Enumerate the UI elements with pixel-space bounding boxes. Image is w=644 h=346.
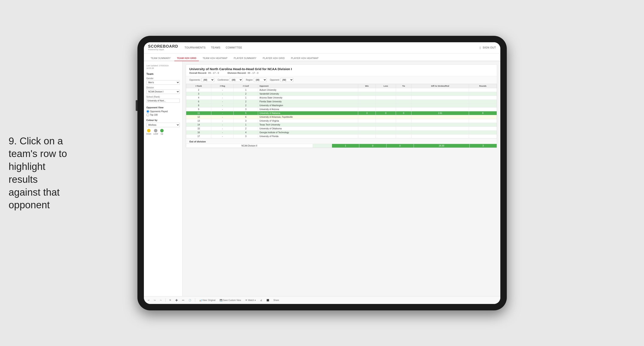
division-record: Division Record: 88 - 17 - 0	[228, 72, 258, 74]
main-content: Last Updated: 27/03/2024 16:55:38 Team G…	[144, 61, 500, 296]
table-cell: Texas Tech University	[258, 123, 358, 127]
copy-btn[interactable]: ⧉	[168, 298, 172, 302]
table-cell: Georgia Institute of Technology	[258, 130, 358, 134]
table-cell: 2	[234, 103, 258, 107]
export-btn[interactable]: ⬛	[265, 298, 270, 302]
table-cell: -	[211, 92, 234, 96]
nav-links: TOURNAMENTS TEAMS COMMITTEE	[185, 46, 242, 49]
table-cell	[411, 127, 469, 130]
table-cell	[358, 92, 376, 96]
more-btn[interactable]: •••	[181, 298, 186, 302]
legend-level-label: Level	[154, 133, 158, 135]
table-cell	[396, 92, 412, 96]
out-division-row[interactable]: NCAA Division II 1 0 0 26.00 3	[186, 144, 497, 148]
table-row[interactable]: 3-2Vanderbilt University	[186, 92, 497, 96]
col-loss: Loss	[376, 84, 396, 88]
team-section-label: Team	[146, 72, 180, 75]
table-cell: -	[211, 134, 234, 138]
table-cell	[358, 107, 376, 111]
instruction-text: 9. Click on a team's row to highlight re…	[8, 134, 69, 212]
grid-title: University of North Carolina Head-to-Hea…	[190, 67, 494, 71]
undo-btn[interactable]: ↩	[146, 298, 151, 302]
table-row[interactable]: 12-6University of Arkansas, Fayetteville	[186, 115, 497, 119]
filter-opponents: Opponents: (All)	[190, 78, 214, 82]
table-cell: 14	[186, 123, 211, 127]
table-cell	[396, 130, 412, 134]
overall-record: Overall Record: 89 - 17 - 0	[190, 72, 219, 74]
table-row[interactable]: 16-4Georgia Institute of Technology	[186, 130, 497, 134]
radio-opponents-played-input[interactable]	[146, 110, 149, 113]
school-input[interactable]	[146, 99, 180, 103]
legend-down: Down	[146, 129, 152, 135]
table-cell	[469, 115, 497, 119]
toolbar-sep-1	[165, 298, 166, 302]
table-cell	[469, 92, 497, 96]
opponent-filter-select[interactable]: (All)	[280, 78, 293, 82]
out-division-tie: 0	[386, 144, 414, 148]
nav-committee[interactable]: COMMITTEE	[226, 46, 242, 49]
table-row[interactable]: 11-5University of Alabama3002.618	[186, 111, 497, 115]
radio-top100-input[interactable]	[146, 113, 149, 116]
table-cell	[376, 134, 396, 138]
nav-teams[interactable]: TEAMS	[211, 46, 220, 49]
tab-player-h2h-heatmap[interactable]: PLAYER H2H HEATMAP	[288, 55, 321, 61]
page-wrapper: 9. Click on a team's row to highlight re…	[0, 0, 644, 346]
table-cell	[376, 92, 396, 96]
nav-separator: |	[480, 46, 480, 49]
table-cell: 8	[469, 111, 497, 115]
table-row[interactable]: 8-2University of Washington	[186, 103, 497, 107]
table-cell: 3	[186, 92, 211, 96]
tab-player-summary[interactable]: PLAYER SUMMARY	[231, 55, 259, 61]
out-division-name: NCAA Division II	[186, 144, 313, 148]
tab-team-summary[interactable]: TEAM SUMMARY	[148, 55, 173, 61]
table-cell	[376, 99, 396, 103]
table-cell: 2	[186, 88, 211, 92]
table-cell: Vanderbilt University	[258, 92, 358, 96]
watch-btn[interactable]: 👁 Watch ▾	[244, 298, 257, 302]
fwd-btn[interactable]: ⤳	[158, 298, 163, 302]
table-cell: 2	[234, 127, 258, 130]
table-cell	[358, 119, 376, 123]
table-row[interactable]: 15-2University of Oklahoma	[186, 127, 497, 130]
tab-team-h2h-grid[interactable]: TEAM H2H GRID	[174, 55, 199, 61]
division-select[interactable]: NCAA Division I	[146, 89, 180, 94]
table-row[interactable]: 13-3University of Virginia	[186, 119, 497, 123]
table-cell: 1	[234, 123, 258, 127]
grid-panel: University of North Carolina Head-to-Hea…	[186, 64, 497, 148]
opponents-filter-select[interactable]: (All)	[202, 78, 214, 82]
sign-out-link[interactable]: Sign out	[482, 46, 496, 49]
region-filter-select[interactable]: (All)	[254, 78, 267, 82]
table-cell	[396, 107, 412, 111]
table-row[interactable]: 6-2Florida State University	[186, 99, 497, 103]
table-row[interactable]: 14-1Texas Tech University	[186, 123, 497, 127]
tab-team-h2h-heatmap[interactable]: TEAM H2H HEATMAP	[200, 55, 230, 61]
add-btn[interactable]: ➕	[174, 298, 179, 302]
view-original-btn[interactable]: 📊 View: Original	[198, 298, 217, 302]
table-row[interactable]: 2-1Auburn University	[186, 88, 497, 92]
table-cell: 0	[376, 111, 396, 115]
redo-btn[interactable]: ↪	[152, 298, 157, 302]
last-updated: Last Updated: 27/03/2024 16:55:38	[146, 64, 180, 70]
table-cell	[358, 99, 376, 103]
clock-btn[interactable]: 🕐	[187, 298, 192, 302]
nav-tournaments[interactable]: TOURNAMENTS	[185, 46, 206, 49]
tab-player-h2h-grid[interactable]: PLAYER H2H GRID	[260, 55, 287, 61]
print-btn[interactable]: 🖨	[259, 298, 264, 302]
table-cell	[358, 96, 376, 99]
conference-filter-select[interactable]: (All)	[230, 78, 243, 82]
table-cell: Florida State University	[258, 99, 358, 103]
gender-select[interactable]: Men's	[146, 80, 180, 85]
share-btn[interactable]: Share	[272, 298, 280, 302]
table-row[interactable]: 4-1Arizona State University	[186, 96, 497, 99]
radio-top100: Top 100	[146, 113, 180, 116]
table-cell	[376, 103, 396, 107]
save-custom-view-btn[interactable]: 💾 Save Custom View	[218, 298, 242, 302]
table-header-row: # Rank # Reg # Conf Opponent Win Loss Ti…	[186, 84, 497, 88]
table-cell: 1	[234, 88, 258, 92]
colour-by-select[interactable]: Win/loss	[146, 123, 180, 127]
table-cell: 12	[186, 115, 211, 119]
table-cell: Arizona State University	[258, 96, 358, 99]
table-cell	[376, 123, 396, 127]
table-row[interactable]: 9-3University of Arizona	[186, 107, 497, 111]
table-row[interactable]: 17-3University of Florida	[186, 134, 497, 138]
